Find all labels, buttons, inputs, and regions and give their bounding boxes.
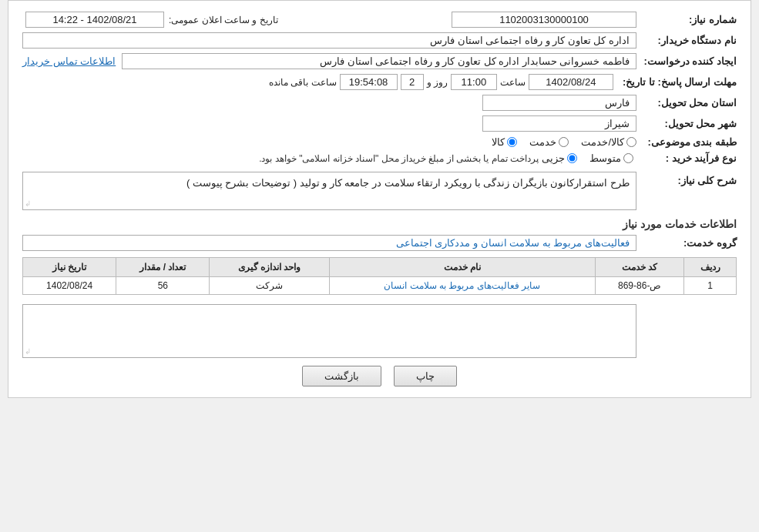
- label-city: شهر محل تحویل:: [636, 118, 737, 129]
- remaining-label: ساعت باقی مانده: [269, 77, 337, 88]
- label-description: شرح کلی نیاز:: [636, 172, 737, 186]
- label-creator: ایجاد کننده درخواست:: [636, 55, 737, 67]
- remaining-time-value: 19:54:08: [340, 74, 398, 90]
- print-button[interactable]: چاپ: [394, 366, 457, 386]
- purchase-option-2[interactable]: متوسط: [589, 152, 633, 164]
- deadline-date: 1402/08/24: [529, 74, 613, 90]
- back-button[interactable]: بازگشت: [302, 366, 381, 386]
- label-service-group: گروه خدمت:: [636, 237, 737, 249]
- col-row: ردیف: [684, 258, 737, 277]
- days-label: روز و: [427, 77, 448, 88]
- announce-label-main: تاریخ و ساعت اعلان عمومی:: [169, 15, 278, 25]
- category-option-2[interactable]: خدمت: [529, 136, 569, 148]
- purchase-note: پرداخت تمام یا بخشی از مبلغ خریداز محل "…: [259, 153, 539, 164]
- deadline-time: 11:00: [451, 74, 497, 90]
- services-table: ردیف کد خدمت نام خدمت واحد اندازه گیری ت…: [22, 257, 737, 295]
- col-name: نام خدمت: [329, 258, 595, 277]
- services-section-title: اطلاعات خدمات مورد نیاز: [22, 218, 737, 230]
- value-city: شیراز: [482, 115, 636, 132]
- value-buyer-org: اداره کل تعاون کار و رفاه اجتماعی استان …: [22, 32, 636, 49]
- col-qty: تعداد / مقدار: [116, 258, 210, 277]
- label-province: استان محل تحویل:: [636, 97, 737, 109]
- description-value: طرح استقرارکانون بازیگران زندگی با رویکر…: [186, 177, 630, 189]
- col-date: تاریخ نیاز: [23, 258, 116, 277]
- value-service-group: فعالیت‌های مربوط به سلامت انسان و مددکار…: [22, 235, 636, 251]
- purchase-option-1[interactable]: جزیی: [542, 152, 577, 164]
- time-label: ساعت: [500, 77, 526, 88]
- col-code: کد خدمت: [595, 258, 683, 277]
- value-province: فارس: [482, 95, 636, 111]
- announce-value-main: 1402/08/21 - 14:22: [25, 12, 164, 28]
- category-radio-group: کالا/خدمت خدمت کالا: [492, 136, 636, 148]
- value-need-number: 1102003130000100: [452, 12, 636, 28]
- label-category: طبقه بندی موضوعی:: [636, 136, 737, 148]
- days-value: 2: [401, 74, 424, 90]
- category-option-3[interactable]: کالا/خدمت: [581, 136, 636, 148]
- label-purchase-type: نوع فرآیند خرید :: [636, 152, 737, 164]
- label-buyer-org: نام دستگاه خریدار:: [636, 35, 737, 46]
- label-deadline: مهلت ارسال پاسخ: تا تاریخ:: [616, 76, 737, 88]
- purchase-radio-group: متوسط جزیی: [542, 152, 633, 164]
- label-buyer-notes: [636, 304, 737, 307]
- category-option-1[interactable]: کالا: [492, 136, 517, 148]
- creator-link[interactable]: اطلاعات تماس خریدار: [22, 55, 116, 67]
- table-row: 1ص-86-869سایر فعالیت‌های مربوط به سلامت …: [23, 277, 737, 295]
- col-unit: واحد اندازه گیری: [210, 258, 329, 277]
- value-creator: فاطمه خسروانی حسابدار اداره کل تعاون کار…: [122, 53, 636, 69]
- label-need-number: شماره نیاز:: [636, 14, 737, 25]
